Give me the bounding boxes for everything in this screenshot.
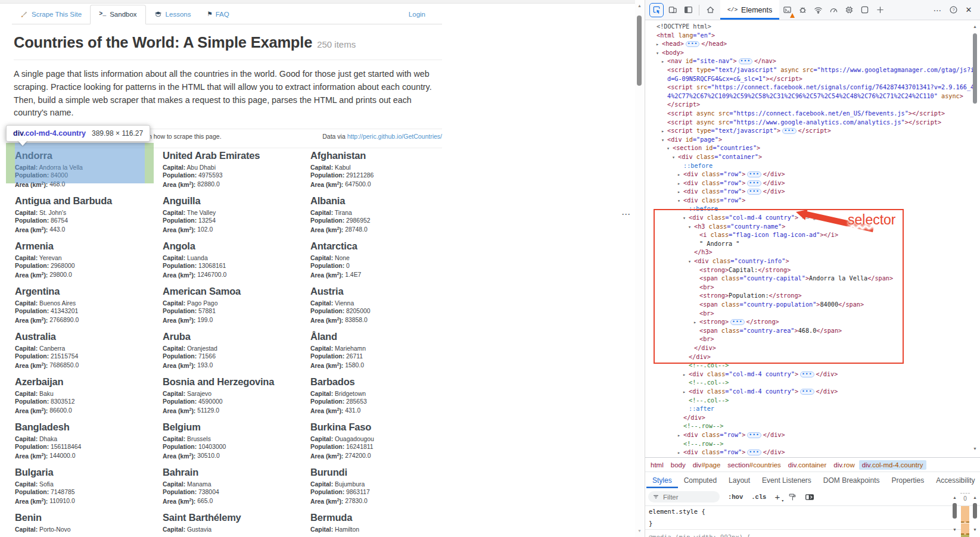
scroll-down-icon[interactable]: ▼ xyxy=(971,527,979,532)
application-button[interactable] xyxy=(858,4,871,17)
scroll-down-icon[interactable]: ▼ xyxy=(951,527,959,532)
styles-filter[interactable] xyxy=(648,491,720,502)
breadcrumb-div-page[interactable]: div#page xyxy=(690,460,724,470)
styles-scrollbar-thumb[interactable] xyxy=(953,503,957,519)
expand-arrow-icon[interactable]: ▾ xyxy=(683,214,689,223)
window-scrollbar[interactable]: ▲ ▼ xyxy=(971,493,979,537)
breadcrumb-div-container[interactable]: div.container xyxy=(785,460,829,470)
collapse-arrow-icon[interactable]: ▸ xyxy=(677,170,683,179)
collapse-arrow-icon[interactable]: ▸ xyxy=(677,431,683,440)
dom-tree-line[interactable]: ▾<section id="countries"> xyxy=(667,144,980,153)
collapse-arrow-icon[interactable]: ▸ xyxy=(661,127,667,136)
inspect-button[interactable] xyxy=(649,3,664,17)
dom-tree-line[interactable]: <i class="flag-icon flag-icon-ad"></i> xyxy=(693,231,980,240)
tab-dom-breakpoints[interactable]: DOM Breakpoints xyxy=(817,472,886,488)
home-button[interactable] xyxy=(704,4,717,17)
dom-tree-line[interactable]: </div> xyxy=(688,344,980,353)
network-button[interactable] xyxy=(811,4,825,17)
dom-tree-line[interactable]: </h3> xyxy=(688,248,980,257)
scroll-down-icon[interactable]: ▼ xyxy=(971,447,979,451)
dom-tree-line[interactable]: <strong>Population:</strong> xyxy=(693,292,980,301)
expand-ellipsis-icon[interactable]: ••• xyxy=(747,180,761,186)
console-button[interactable] xyxy=(780,4,794,17)
dom-node-menu-icon[interactable]: ··· xyxy=(622,210,631,218)
dom-tree-line[interactable]: ▸<div class="row">•••</div> xyxy=(677,170,980,179)
expand-arrow-icon[interactable]: ▾ xyxy=(667,144,673,153)
computed-panel-toggle-icon[interactable] xyxy=(805,493,814,501)
data-source-link[interactable]: http://peric.github.io/GetCountries/ xyxy=(347,133,442,140)
dom-tree-line[interactable]: <html lang="en"> xyxy=(651,32,980,40)
scroll-up-icon[interactable]: ▲ xyxy=(971,495,979,499)
dom-tree-line[interactable]: ▾<div class="country-info"> xyxy=(688,257,980,266)
format-icon[interactable] xyxy=(788,493,797,501)
expand-arrow-icon[interactable]: ▾ xyxy=(688,257,694,266)
breadcrumb-html[interactable]: html xyxy=(648,460,667,470)
collapse-arrow-icon[interactable]: ▸ xyxy=(683,370,689,379)
page-scrollbar[interactable]: ▲ ▼ xyxy=(635,0,644,537)
dom-tree-line[interactable]: <!--.col--> xyxy=(683,396,980,405)
dom-tree-line[interactable]: <br> xyxy=(693,335,980,344)
dom-tree-line[interactable]: 4%2C77%2C67%2C109%2C59%2C58%2C31%2C96%2C… xyxy=(661,92,980,101)
expand-arrow-icon[interactable]: ▾ xyxy=(656,49,662,58)
tab-computed[interactable]: Computed xyxy=(678,472,723,488)
new-style-rule-button[interactable]: +▾ xyxy=(774,492,780,501)
page-scrollbar-thumb[interactable] xyxy=(637,15,642,86)
expand-arrow-icon[interactable]: ▾ xyxy=(672,153,678,162)
dom-tree-line-selected[interactable]: ▾<div class="col-md-4 country"> == $0 xyxy=(683,214,980,223)
more-button[interactable]: ⋯ xyxy=(931,4,944,17)
window-scrollbar-thumb[interactable] xyxy=(973,503,977,519)
nav-tab-lessons[interactable]: Lessons xyxy=(146,5,200,24)
expand-arrow-icon[interactable]: ▾ xyxy=(661,136,667,145)
dom-tree-line[interactable]: ::before xyxy=(683,205,980,214)
dom-tree-line[interactable]: <script async src="https://www.google-an… xyxy=(661,118,980,127)
login-link[interactable]: Login xyxy=(409,11,425,24)
expand-ellipsis-icon[interactable]: ••• xyxy=(747,189,761,195)
collapse-arrow-icon[interactable]: ▸ xyxy=(693,318,699,327)
dom-tree-line[interactable]: </div> xyxy=(677,414,980,423)
dom-tree-line[interactable]: <br> xyxy=(693,310,980,319)
dom-tree-line[interactable]: <span class="country-population">84000</… xyxy=(693,301,980,310)
dom-tree-line[interactable]: " Andorra " xyxy=(693,240,980,249)
expand-ellipsis-icon[interactable]: ••• xyxy=(739,58,752,64)
collapse-arrow-icon[interactable]: ▸ xyxy=(677,188,683,196)
memory-button[interactable] xyxy=(842,4,855,17)
dom-tree-line[interactable]: ▸<div class="row">•••</div> xyxy=(677,179,980,188)
dom-tree-line[interactable]: ▾<div class="row"> xyxy=(677,196,980,205)
breadcrumb-section-countries[interactable]: section#countries xyxy=(724,460,784,470)
dom-tree-line[interactable]: ▸<div class="row">•••</div> xyxy=(677,448,980,457)
close-button[interactable]: ✕ xyxy=(962,4,975,17)
dom-tree-line[interactable]: ▸<div class="row">•••</div> xyxy=(677,431,980,440)
breadcrumb-div-row[interactable]: div.row xyxy=(830,460,858,470)
tab-event-listeners[interactable]: Event Listeners xyxy=(756,472,817,488)
styles-scrollbar[interactable]: ▲ ▼ xyxy=(951,493,959,537)
dom-tree-line[interactable]: ▸<script type="text/javascript">•••</scr… xyxy=(661,127,980,136)
breadcrumb-body[interactable]: body xyxy=(668,460,689,470)
toggle-classes-button[interactable]: .cls xyxy=(751,494,766,501)
scroll-up-icon[interactable]: ▲ xyxy=(951,495,959,499)
dom-tree-line[interactable]: ▸<div class="col-md-4 country">•••</div> xyxy=(683,370,980,379)
tab-accessibility[interactable]: Accessibility xyxy=(930,472,980,488)
dom-tree-line[interactable]: ▾<div id="page"> xyxy=(661,136,980,145)
dom-tree-scrollbar-thumb[interactable] xyxy=(973,33,977,104)
styles-filter-input[interactable] xyxy=(662,493,707,501)
performance-button[interactable] xyxy=(827,4,840,17)
expand-ellipsis-icon[interactable]: ••• xyxy=(800,371,814,377)
expand-ellipsis-icon[interactable]: ••• xyxy=(730,319,744,325)
help-button[interactable]: ? xyxy=(947,4,960,17)
expand-arrow-icon[interactable]: ▾ xyxy=(677,196,683,205)
expand-ellipsis-icon[interactable]: ••• xyxy=(800,389,814,395)
dom-tree-line[interactable]: d=G-09N5RQCFG4&cx=c&_slc=1"></script> xyxy=(661,75,980,84)
dom-tree-line[interactable]: </script> xyxy=(661,101,980,110)
expand-arrow-icon[interactable]: ▾ xyxy=(688,223,694,232)
dom-tree-line[interactable]: ::after xyxy=(683,405,980,414)
tab-properties[interactable]: Properties xyxy=(886,472,931,488)
nav-tab-faq[interactable]: ⚑FAQ xyxy=(199,5,237,24)
add-button[interactable] xyxy=(873,4,886,17)
toggle-hover-state-button[interactable]: :hov xyxy=(728,494,743,501)
nav-tab-sandbox[interactable]: >_Sandbox xyxy=(90,5,145,24)
dom-tree-line[interactable]: <span class="country-capital">Andorra la… xyxy=(693,274,980,283)
dom-tree-line[interactable]: <script type="text/javascript" async src… xyxy=(661,66,980,75)
dom-tree-line[interactable]: <!--.row--> xyxy=(677,440,980,449)
dom-tree-line[interactable]: <!--.col--> xyxy=(683,379,980,388)
dom-tree-line[interactable]: <!DOCTYPE html> xyxy=(651,23,980,32)
